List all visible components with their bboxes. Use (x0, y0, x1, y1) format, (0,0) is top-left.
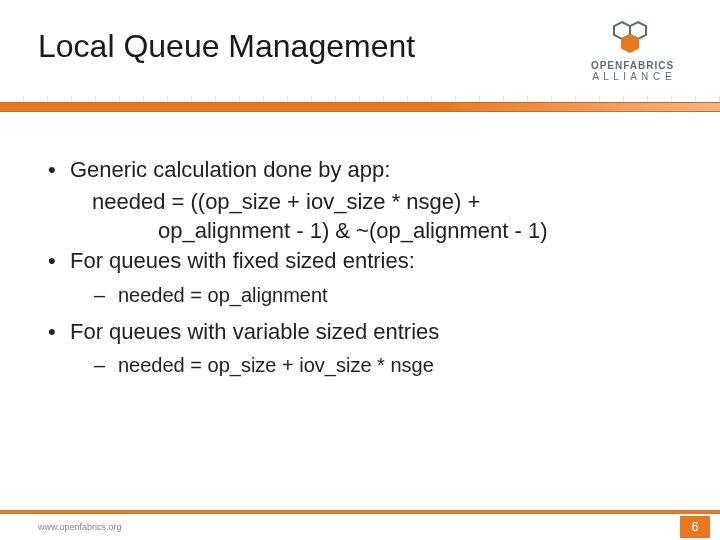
divider-bar (0, 102, 720, 112)
bullet-3: For queues with variable sized entries (48, 317, 680, 347)
bullet-1-line2: needed = ((op_size + iov_size * nsge) + (48, 187, 680, 217)
bullet-2: For queues with fixed sized entries: (48, 246, 680, 276)
svg-marker-2 (622, 35, 638, 52)
footer-bar (0, 510, 720, 514)
bullet-3-sub: needed = op_size + iov_size * nsge (48, 352, 680, 379)
logo-text: OPENFABRICS A L L I A N C E (575, 60, 690, 82)
divider-ticks-top (0, 96, 720, 102)
bullet-1-line3: op_alignment - 1) & ~(op_alignment - 1) (48, 216, 680, 246)
logo: OPENFABRICS A L L I A N C E (575, 18, 690, 82)
bullet-2-sub: needed = op_alignment (48, 282, 680, 309)
footer-url: www.openfabrics.org (38, 522, 122, 532)
page-number: 6 (680, 516, 710, 538)
divider (0, 96, 720, 112)
slide: Local Queue Management OPENFABRICS A L L… (0, 0, 720, 540)
logo-text-bold: OPENFABRICS (591, 60, 674, 71)
bullet-1: Generic calculation done by app: (48, 155, 680, 185)
logo-text-light: A L L I A N C E (592, 71, 672, 82)
logo-hex-icon (575, 18, 690, 58)
slide-title: Local Queue Management (38, 28, 415, 65)
content: Generic calculation done by app: needed … (48, 155, 680, 387)
